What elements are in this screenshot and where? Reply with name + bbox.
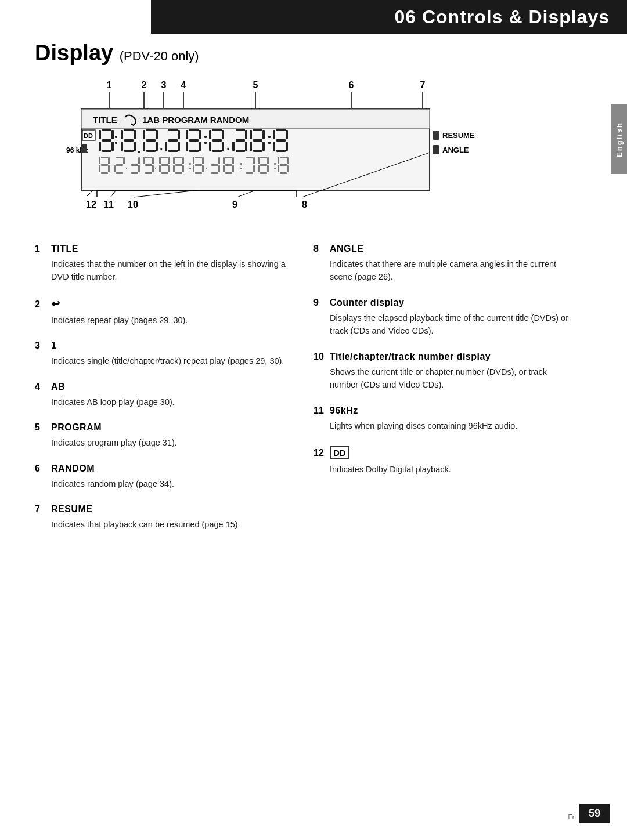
- svg-rect-57: [186, 142, 188, 151]
- item-8-number: 8: [314, 244, 325, 254]
- svg-rect-96: [99, 157, 100, 164]
- svg-rect-92: [433, 145, 439, 154]
- svg-rect-32: [134, 142, 136, 151]
- item-7-label: RESUME: [51, 504, 92, 515]
- svg-rect-89: [273, 142, 275, 151]
- svg-rect-165: [260, 164, 267, 166]
- svg-rect-128: [175, 157, 182, 158]
- svg-rect-88: [276, 150, 286, 152]
- svg-rect-113: [143, 157, 145, 164]
- svg-rect-41: [146, 139, 156, 142]
- display-diagram: 1 2 3 4 5 6 7 TITLE 1AB PROGRAM RANDOM D…: [35, 75, 534, 238]
- svg-rect-147: [211, 172, 218, 174]
- svg-text:·: ·: [226, 142, 230, 155]
- svg-rect-115: [152, 157, 154, 164]
- svg-rect-139: [195, 164, 202, 166]
- item-6-number: 6: [35, 464, 46, 474]
- item-10-label: Title/chapter/track number display: [330, 352, 491, 362]
- svg-rect-39: [156, 130, 158, 139]
- svg-rect-63: [222, 142, 224, 151]
- svg-rect-164: [267, 165, 269, 172]
- svg-rect-173: [280, 164, 287, 166]
- svg-rect-163: [267, 157, 269, 164]
- svg-rect-123: [161, 164, 168, 166]
- header-bar: 06 Controls & Displays: [151, 0, 627, 34]
- svg-rect-87: [276, 139, 286, 142]
- svg-text:·: ·: [160, 142, 163, 155]
- svg-rect-99: [108, 165, 110, 172]
- item-12-body: Indicates Dolby Digital playback.: [314, 463, 569, 476]
- item-7-heading: 7 RESUME: [35, 504, 290, 515]
- svg-rect-45: [168, 129, 178, 131]
- item-4: 4 AB Indicates AB loop play (page 30).: [35, 382, 290, 408]
- svg-rect-156: [240, 168, 242, 169]
- diagram-area: 1 2 3 4 5 6 7 TITLE 1AB PROGRAM RANDOM D…: [35, 75, 534, 238]
- svg-rect-35: [121, 142, 123, 151]
- svg-rect-72: [232, 142, 235, 151]
- item-10-body: Shows the current title or chapter numbe…: [314, 365, 569, 392]
- svg-rect-40: [156, 142, 158, 151]
- item-10-number: 10: [314, 352, 325, 362]
- svg-rect-105: [116, 164, 123, 166]
- svg-rect-114: [145, 157, 152, 158]
- svg-line-187: [237, 190, 255, 197]
- svg-rect-52: [189, 129, 199, 131]
- svg-rect-48: [168, 150, 178, 152]
- item-9-body: Displays the elapsed playback time of th…: [314, 312, 569, 338]
- svg-rect-77: [262, 142, 265, 151]
- item-9-heading: 9 Counter display: [314, 298, 569, 308]
- svg-text:6: 6: [349, 80, 354, 90]
- svg-rect-151: [232, 165, 234, 172]
- svg-rect-142: [193, 165, 194, 172]
- item-6: 6 RANDOM Indicates random play (page 34)…: [35, 464, 290, 490]
- svg-text:1AB  PROGRAM  RANDOM: 1AB PROGRAM RANDOM: [142, 115, 249, 125]
- svg-rect-47: [178, 142, 180, 151]
- item-2: 2 ↩ Indicates repeat play (pages 29, 30)…: [35, 298, 290, 327]
- svg-text:RESUME: RESUME: [442, 131, 475, 140]
- svg-rect-169: [274, 168, 276, 169]
- item-5-heading: 5 PROGRAM: [35, 422, 290, 433]
- svg-rect-155: [240, 163, 242, 165]
- svg-text:5: 5: [253, 80, 258, 90]
- svg-rect-124: [168, 165, 170, 172]
- svg-rect-43: [143, 142, 145, 151]
- svg-rect-53: [199, 130, 201, 139]
- item-1-number: 1: [35, 244, 46, 254]
- item-5-label: PROGRAM: [51, 422, 102, 433]
- item-12-number: 12: [314, 448, 325, 458]
- svg-rect-166: [260, 172, 267, 174]
- svg-rect-76: [262, 130, 265, 139]
- svg-text:8: 8: [302, 200, 307, 209]
- svg-rect-153: [225, 172, 232, 174]
- item-9-number: 9: [314, 298, 325, 308]
- svg-rect-172: [287, 157, 289, 164]
- svg-rect-46: [178, 130, 180, 139]
- svg-text:TITLE: TITLE: [93, 115, 117, 125]
- svg-rect-120: [159, 157, 161, 164]
- svg-text:·: ·: [205, 164, 207, 173]
- item-11-label: 96kHz: [330, 405, 358, 416]
- svg-rect-54: [199, 142, 201, 151]
- svg-rect-162: [260, 157, 267, 158]
- svg-text:·: ·: [125, 164, 128, 173]
- item-4-number: 4: [35, 382, 46, 392]
- svg-rect-25: [111, 142, 114, 151]
- svg-rect-136: [193, 157, 194, 164]
- svg-rect-102: [99, 165, 100, 172]
- svg-rect-74: [250, 130, 252, 139]
- item-3-label: 1: [51, 341, 56, 351]
- item-6-heading: 6 RANDOM: [35, 464, 290, 474]
- svg-rect-98: [108, 157, 110, 164]
- svg-text:10: 10: [128, 200, 138, 209]
- item-9-label: Counter display: [330, 298, 404, 308]
- svg-rect-22: [102, 139, 111, 142]
- item-3-heading: 3 1: [35, 341, 290, 351]
- svg-rect-168: [274, 163, 276, 165]
- svg-rect-132: [175, 172, 182, 174]
- svg-line-183: [110, 190, 116, 197]
- svg-rect-148: [223, 157, 225, 164]
- svg-rect-167: [258, 165, 260, 172]
- svg-rect-29: [121, 130, 123, 139]
- svg-rect-111: [138, 165, 140, 172]
- svg-rect-62: [222, 130, 224, 139]
